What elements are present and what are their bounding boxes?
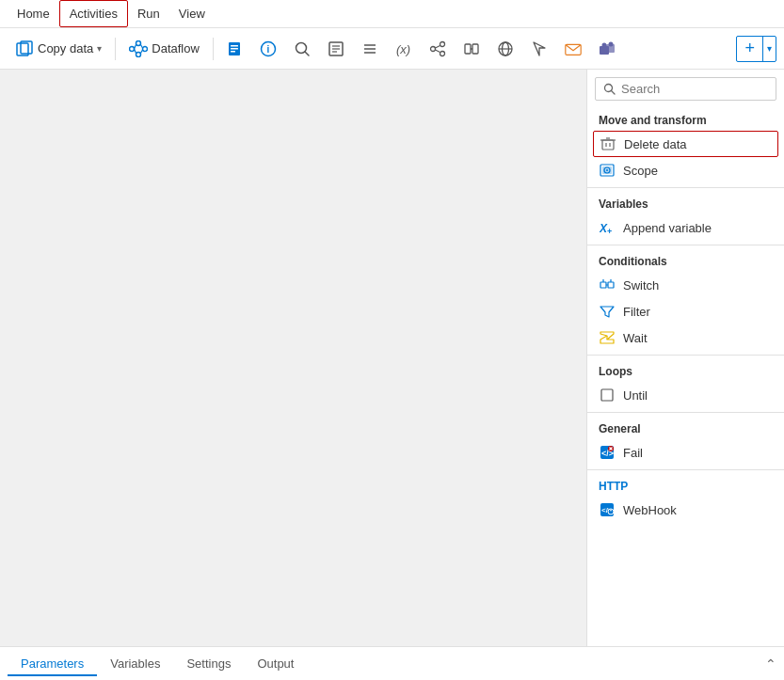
svg-line-29 [435, 45, 440, 48]
tab-variables[interactable]: Variables [97, 651, 173, 676]
section-header-variables: Variables [587, 192, 784, 214]
toolbar-icon-btn-3[interactable] [287, 36, 317, 62]
divider-2 [587, 245, 784, 245]
search-input[interactable] [621, 82, 768, 96]
globe-icon [496, 40, 515, 58]
toolbar-icon-btn-9[interactable] [490, 36, 520, 62]
toolbar-icon-btn-8[interactable] [456, 36, 487, 62]
toolbar-sep-2 [213, 38, 214, 60]
filter-icon [599, 303, 616, 320]
toolbar-icon-btn-6[interactable]: (x) [389, 36, 419, 62]
wait-icon [599, 329, 616, 346]
bottom-panel-collapse-icon[interactable]: ⌃ [765, 656, 776, 672]
until-icon [599, 387, 616, 403]
svg-point-26 [430, 46, 435, 51]
until-label: Until [623, 388, 648, 403]
section-header-conditionals: Conditionals [587, 249, 784, 272]
svg-point-4 [136, 52, 141, 56]
bottom-tabs: Parameters Variables Settings Output ⌃ [0, 646, 784, 680]
dataflow-label: Dataflow [152, 41, 200, 55]
nav-run[interactable]: Run [128, 0, 169, 27]
tab-settings[interactable]: Settings [173, 651, 244, 676]
list-icon [360, 40, 379, 58]
svg-rect-11 [231, 45, 238, 47]
toolbar-icon-btn-7[interactable] [423, 36, 453, 62]
toolbar-icon-btn-10[interactable] [524, 36, 554, 62]
menu-item-switch[interactable]: Switch [587, 272, 784, 298]
svg-point-2 [130, 46, 135, 51]
info-icon: i [259, 40, 278, 58]
page-icon [327, 40, 345, 58]
nav-view[interactable]: View [169, 0, 215, 27]
document-icon [225, 40, 244, 58]
svg-text:i: i [266, 44, 269, 55]
webhook-icon: </> [599, 501, 616, 518]
svg-rect-55 [600, 282, 606, 288]
menu-item-append-variable[interactable]: X + Append variable [587, 214, 784, 241]
menu-item-fail[interactable]: </> Fail [587, 439, 784, 466]
scope-label: Scope [623, 164, 658, 178]
delete-data-label: Delete data [624, 137, 687, 151]
svg-rect-44 [602, 140, 614, 150]
svg-rect-12 [231, 48, 238, 50]
toolbar-icon-btn-1[interactable] [219, 36, 249, 62]
toolbar: Copy data ▾ Dataflow [0, 28, 784, 70]
switch-icon [599, 277, 616, 293]
svg-line-7 [135, 49, 136, 54]
toolbar-icon-btn-11[interactable] [558, 36, 588, 62]
copy-data-label: Copy data [38, 41, 93, 55]
main-area: Move and transform Delete data [0, 70, 784, 646]
fail-label: Fail [623, 446, 643, 460]
svg-point-40 [608, 41, 613, 46]
dataflow-button[interactable]: Dataflow [121, 36, 207, 62]
filter-label: Filter [623, 305, 650, 319]
switch-label: Switch [623, 278, 659, 293]
email-icon [564, 40, 583, 58]
svg-line-8 [141, 44, 143, 48]
split-icon [462, 40, 481, 58]
canvas-area [0, 70, 586, 646]
svg-rect-56 [608, 282, 614, 288]
section-header-http: HTTP [587, 474, 784, 497]
svg-line-43 [612, 91, 616, 95]
section-header-move-transform: Move and transform [587, 108, 784, 131]
divider-1 [587, 187, 784, 188]
delete-data-icon [600, 135, 616, 152]
svg-marker-60 [600, 307, 614, 317]
activities-dropdown-panel: Move and transform Delete data [586, 70, 784, 646]
svg-point-5 [143, 46, 148, 51]
section-header-general: General [587, 417, 784, 439]
menu-item-until[interactable]: Until [587, 382, 784, 408]
search-toolbar-icon [293, 40, 312, 58]
menu-item-webhook[interactable]: </> WebHook [587, 497, 784, 523]
nodes-icon [428, 40, 447, 58]
svg-point-27 [440, 41, 444, 46]
svg-text:+: + [607, 227, 612, 235]
svg-rect-63 [601, 389, 613, 401]
svg-point-52 [606, 169, 608, 171]
tab-parameters[interactable]: Parameters [8, 651, 97, 676]
menu-item-wait[interactable]: Wait [587, 324, 784, 351]
copy-data-icon [15, 40, 34, 58]
svg-point-3 [136, 40, 141, 45]
nav-home[interactable]: Home [8, 0, 59, 27]
menu-item-scope[interactable]: Scope [587, 157, 784, 183]
toolbar-icon-btn-2[interactable]: i [253, 36, 283, 62]
copy-data-button[interactable]: Copy data ▾ [8, 36, 109, 62]
toolbar-icon-btn-5[interactable] [355, 36, 385, 62]
copy-data-chevron-icon: ▾ [97, 43, 102, 54]
svg-line-17 [305, 52, 309, 55]
add-activity-button[interactable]: + ▾ [736, 36, 776, 62]
toolbar-sep-1 [115, 38, 116, 60]
nav-activities[interactable]: Activities [59, 0, 128, 27]
add-chevron-icon: ▾ [762, 37, 776, 61]
svg-rect-13 [231, 51, 235, 53]
menu-item-filter[interactable]: Filter [587, 298, 784, 324]
tab-output[interactable]: Output [244, 651, 307, 676]
menu-item-delete-data[interactable]: Delete data [593, 131, 778, 157]
toolbar-icon-btn-12[interactable] [592, 36, 622, 62]
toolbar-icon-btn-4[interactable] [321, 36, 351, 62]
bookmark-icon [530, 40, 549, 58]
add-icon: + [737, 39, 762, 58]
append-variable-icon: X + [599, 219, 616, 236]
